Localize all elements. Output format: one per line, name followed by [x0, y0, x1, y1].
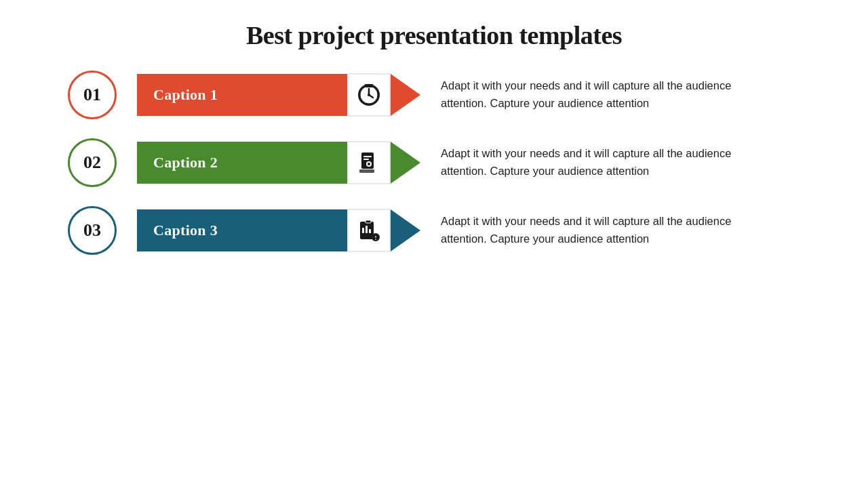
number-circle-01: 01 — [68, 70, 117, 119]
svg-rect-8 — [363, 159, 369, 160]
description-01: Adapt it with your needs and it will cap… — [441, 77, 732, 112]
caption-label-01: Caption 1 — [153, 86, 218, 104]
arrow-bar-03: Caption 3 ! — [137, 209, 420, 251]
rows-container: 01 Caption 1 Adapt it with your needs an… — [41, 70, 827, 255]
svg-rect-5 — [365, 84, 373, 87]
number-label-03: 03 — [83, 220, 101, 241]
svg-rect-13 — [366, 220, 371, 223]
bar-body-02: Caption 2 — [137, 142, 347, 184]
arrow-bar-02: Caption 2 — [137, 142, 420, 184]
arrow-head-02 — [391, 142, 420, 184]
svg-rect-11 — [359, 169, 374, 173]
svg-rect-16 — [369, 229, 371, 233]
caption-label-02: Caption 2 — [153, 154, 218, 171]
svg-point-10 — [368, 163, 370, 165]
svg-point-4 — [368, 94, 370, 96]
number-circle-02: 02 — [68, 138, 117, 187]
arrow-bar-01: Caption 1 — [137, 74, 420, 116]
icon-box-02 — [347, 141, 391, 184]
row-03: 03 Caption 3 ! Adapt it with your needs … — [68, 206, 827, 255]
svg-rect-7 — [363, 156, 372, 157]
row-02: 02 Caption 2 Adapt it with your needs an… — [68, 138, 827, 187]
arrow-head-01 — [391, 74, 420, 116]
row-01: 01 Caption 1 Adapt it with your needs an… — [68, 70, 827, 119]
caption-label-03: Caption 3 — [153, 222, 218, 239]
slide: Best project presentation templates 01 C… — [0, 0, 868, 488]
number-label-01: 01 — [83, 85, 101, 105]
bar-body-01: Caption 1 — [137, 74, 347, 116]
svg-rect-14 — [362, 228, 364, 233]
bar-body-03: Caption 3 — [137, 209, 347, 251]
number-circle-03: 03 — [68, 206, 117, 255]
slide-title: Best project presentation templates — [246, 20, 622, 50]
description-02: Adapt it with your needs and it will cap… — [441, 145, 732, 180]
arrow-head-03 — [391, 209, 420, 251]
description-03: Adapt it with your needs and it will cap… — [441, 213, 732, 247]
svg-text:!: ! — [375, 235, 377, 241]
number-label-02: 02 — [83, 152, 101, 173]
svg-rect-15 — [366, 226, 368, 233]
icon-box-03: ! — [347, 209, 391, 252]
icon-box-01 — [347, 73, 391, 117]
